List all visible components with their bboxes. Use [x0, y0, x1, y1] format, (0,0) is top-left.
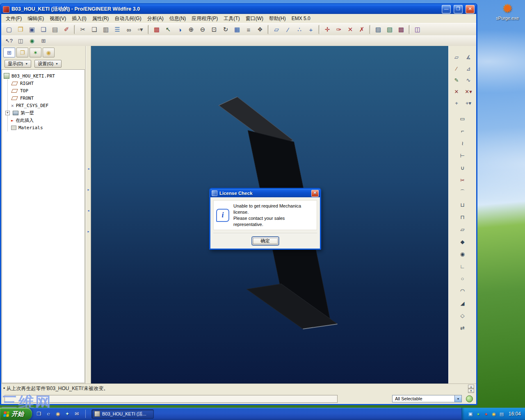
- menu-item[interactable]: 自动几何(G): [112, 14, 144, 23]
- zoom-in-icon[interactable]: ⊕: [185, 24, 197, 35]
- splitter-expand-icon[interactable]: ▸: [87, 188, 89, 192]
- menu-item[interactable]: 视图(V): [47, 14, 69, 23]
- folder-browser-tab[interactable]: ❐: [16, 48, 28, 57]
- bend-back-tool-icon[interactable]: ⊓: [457, 212, 468, 222]
- close-button[interactable]: ✕: [466, 5, 475, 14]
- menu-item[interactable]: 工具(T): [221, 14, 242, 23]
- dialog-titlebar[interactable]: License Check ✕: [210, 189, 320, 197]
- punch-tool-icon[interactable]: ◉: [457, 249, 468, 259]
- spin-center-toggle-icon[interactable]: ✛: [322, 24, 333, 35]
- start-button[interactable]: 开始: [0, 408, 32, 420]
- flange-wall-tool-icon[interactable]: ⌐: [457, 126, 468, 136]
- bend-tool-icon[interactable]: ⌒: [457, 187, 468, 198]
- csys-tag-toggle-icon[interactable]: ✗: [356, 24, 368, 35]
- cut-icon[interactable]: ✂: [77, 24, 89, 35]
- redraw-icon[interactable]: ▦: [231, 24, 243, 35]
- form-tool-icon[interactable]: ◆: [457, 236, 468, 247]
- annotation-toggle-icon[interactable]: ✑: [333, 24, 345, 35]
- merge-wall-tool-icon[interactable]: ∪: [457, 162, 468, 173]
- panel-splitter[interactable]: ◂ ▸ ◂ ▸: [86, 46, 91, 383]
- antivirus-tray-icon[interactable]: ●: [475, 411, 481, 417]
- message-scrollbar[interactable]: ▲ ▼: [468, 385, 474, 393]
- paste-icon[interactable]: ▥: [100, 24, 112, 35]
- datum-points-toggle-icon[interactable]: ∴: [294, 24, 305, 35]
- maximize-button[interactable]: ❐: [454, 5, 463, 14]
- layers-icon[interactable]: ≡: [243, 24, 254, 35]
- tree-item-insert-here[interactable]: ► 在此插入: [11, 116, 83, 124]
- internet-explorer-icon[interactable]: ℮: [45, 410, 52, 418]
- tree-item-right-plane[interactable]: RIGHT: [11, 80, 83, 87]
- menu-item[interactable]: 属性(R): [89, 14, 112, 23]
- round-tool-icon[interactable]: ◠: [457, 285, 468, 296]
- show-desktop-icon[interactable]: ❒: [35, 410, 43, 418]
- dialog-close-button[interactable]: ✕: [311, 190, 319, 197]
- datum-curve-tool-icon[interactable]: ∿: [463, 75, 474, 85]
- spurge-desktop-icon[interactable]: ✹ sPurge.exe: [491, 2, 524, 21]
- point-tag-toggle-icon[interactable]: ✕: [345, 24, 356, 35]
- expand-icon[interactable]: +: [5, 111, 10, 115]
- menu-item[interactable]: 插入(I): [69, 14, 89, 23]
- media-player-icon[interactable]: ◉: [54, 410, 62, 418]
- selector-dropdown-button[interactable]: ▼: [454, 395, 461, 402]
- favorites-tab[interactable]: ✶: [30, 48, 41, 57]
- csys-toggle-icon[interactable]: +: [305, 24, 317, 35]
- select-list-icon[interactable]: ☰: [112, 24, 123, 35]
- tree-item-top-plane[interactable]: TOP: [11, 87, 83, 94]
- menu-item[interactable]: 窗口(W): [243, 14, 266, 23]
- model-tree-tab[interactable]: ⊞: [3, 48, 15, 57]
- shell-tool-icon[interactable]: ◇: [457, 310, 468, 321]
- menu-item[interactable]: 帮助(H): [266, 14, 289, 23]
- print-icon[interactable]: ▤: [49, 24, 61, 35]
- datum-point-tool-icon[interactable]: ✕: [451, 86, 462, 97]
- menu-item[interactable]: 信息(N): [167, 14, 189, 23]
- color-effects-icon[interactable]: ▩: [395, 24, 407, 35]
- flat-wall-tool-icon[interactable]: ▭: [457, 113, 468, 124]
- mirror-tool-icon[interactable]: ⇄: [457, 322, 468, 333]
- sash-window-icon[interactable]: ◫: [15, 36, 26, 46]
- volume-tray-icon[interactable]: ◉: [491, 411, 497, 417]
- messenger-icon[interactable]: ✦: [64, 410, 71, 418]
- selection-filter[interactable]: All Selectable ▼: [392, 395, 462, 402]
- splitter-expand-icon[interactable]: ▸: [87, 230, 89, 233]
- zoom-out-icon[interactable]: ⊖: [197, 24, 208, 35]
- update-tray-icon[interactable]: ●: [483, 411, 489, 417]
- shade-icon[interactable]: ◑: [174, 24, 185, 35]
- status-input[interactable]: [5, 395, 338, 403]
- minimize-button[interactable]: —: [442, 5, 451, 14]
- flat-pattern-tool-icon[interactable]: ▱: [457, 224, 468, 235]
- splitter-collapse-icon[interactable]: ◂: [87, 167, 89, 171]
- save-copy-icon[interactable]: ❏: [38, 24, 49, 35]
- tree-item-materials[interactable]: Materials: [11, 124, 83, 131]
- point-options-icon[interactable]: ✕▾: [463, 86, 474, 97]
- menu-item[interactable]: EMX 5.0: [289, 15, 313, 22]
- taskbar-window-button[interactable]: B03_HOU_KETI (活...: [91, 409, 154, 419]
- copy-icon[interactable]: ❑: [89, 24, 100, 35]
- hole-tool-icon[interactable]: ○: [457, 273, 468, 284]
- erase-icon[interactable]: ✐: [61, 24, 72, 35]
- unbend-tool-icon[interactable]: ⊔: [457, 199, 468, 210]
- rip-tool-icon[interactable]: ✂: [457, 175, 468, 185]
- scroll-down-icon[interactable]: ▼: [468, 389, 474, 393]
- regenerate-icon[interactable]: ▩: [151, 24, 162, 35]
- tree-item-csys[interactable]: ✕ PRT_CSYS_DEF: [11, 102, 83, 109]
- render-icon[interactable]: ▧: [384, 24, 395, 35]
- datum-csys-tool-icon[interactable]: +: [451, 98, 462, 108]
- scroll-up-icon[interactable]: ▲: [468, 385, 474, 389]
- ok-button[interactable]: 确定: [252, 237, 279, 245]
- chamfer-tool-icon[interactable]: ◢: [457, 298, 468, 308]
- menu-item[interactable]: 应用程序(P): [189, 14, 221, 23]
- emx-window-icon[interactable]: ◫: [412, 24, 423, 35]
- context-help-icon[interactable]: ↖?: [3, 36, 15, 46]
- show-dropdown-button[interactable]: 显示(D) ▼: [5, 60, 31, 68]
- select-box-icon[interactable]: ▫▾: [135, 24, 146, 35]
- splitter-collapse-icon[interactable]: ◂: [87, 209, 89, 212]
- web-browser-icon[interactable]: ◉: [26, 36, 38, 46]
- csys-options-icon[interactable]: +▾: [463, 98, 474, 108]
- outlook-icon[interactable]: ✉: [73, 410, 80, 418]
- tree-item-part[interactable]: B03_HOU_KETI.PRT: [4, 72, 83, 80]
- datum-planes-toggle-icon[interactable]: ▱: [271, 24, 282, 35]
- refit-icon[interactable]: ⊡: [208, 24, 220, 35]
- menu-item[interactable]: 分析(A): [144, 14, 167, 23]
- datum-plane-tool-icon[interactable]: ▱: [451, 52, 462, 62]
- network-tray-icon[interactable]: ▤: [499, 411, 504, 417]
